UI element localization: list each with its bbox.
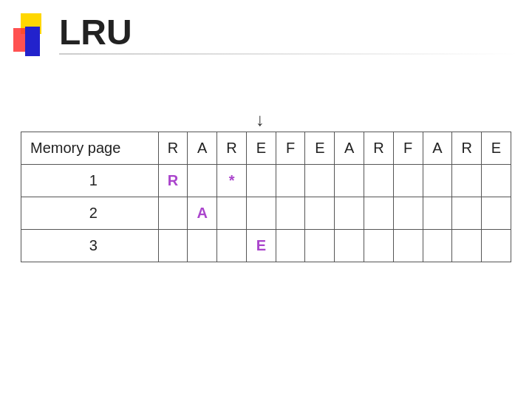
row-3-col-9 [393, 230, 423, 262]
row-3-col-3 [217, 230, 247, 262]
row-3-label: 3 [21, 230, 159, 262]
header-label: Memory page [21, 132, 159, 165]
row-3-col-1 [158, 230, 188, 262]
row-2-col-5 [276, 197, 305, 230]
table-header-row: Memory page R A R E F E A R F A R E [21, 132, 511, 165]
row-1-col-3: * [217, 165, 247, 197]
row-1-col-7 [335, 165, 364, 197]
table-container: Memory page R A R E F E A R F A R E 1 R … [21, 132, 511, 262]
row-3-col-4: E [246, 230, 276, 262]
row-2-col-12 [482, 197, 511, 230]
col-R2: R [217, 132, 247, 165]
title-underline [59, 53, 517, 55]
page-title: LRU [59, 15, 517, 50]
logo [13, 13, 58, 65]
row-2-col-7 [335, 197, 364, 230]
row-1-col-9 [393, 165, 423, 197]
logo-blue [25, 27, 40, 56]
row-2-col-8 [364, 197, 393, 230]
title-section: LRU [59, 15, 517, 55]
col-R4: R [452, 132, 482, 165]
col-E1: E [246, 132, 276, 165]
col-E2: E [305, 132, 335, 165]
row-2-col-4 [246, 197, 276, 230]
row-1-col-2 [188, 165, 217, 197]
row-1-col-10 [423, 165, 452, 197]
row-1-col-8 [364, 165, 393, 197]
row-3-col-11 [452, 230, 482, 262]
col-A2: A [335, 132, 364, 165]
row-1-col-5 [276, 165, 305, 197]
row-2-col-9 [393, 197, 423, 230]
row-3-col-6 [305, 230, 335, 262]
col-F1: F [276, 132, 305, 165]
row-3-col-5 [276, 230, 305, 262]
row-2-col-6 [305, 197, 335, 230]
col-E3: E [482, 132, 511, 165]
row-3-col-12 [482, 230, 511, 262]
row-3-col-8 [364, 230, 393, 262]
table-row-3: 3 E [21, 230, 511, 262]
row-3-col-2 [188, 230, 217, 262]
row-3-col-7 [335, 230, 364, 262]
row-3-col-10 [423, 230, 452, 262]
row-2-col-2: A [188, 197, 217, 230]
row-1-col-4 [246, 165, 276, 197]
row-1-col-12 [482, 165, 511, 197]
lru-table: Memory page R A R E F E A R F A R E 1 R … [21, 132, 511, 262]
down-arrow: ↓ [256, 109, 265, 130]
col-F2: F [393, 132, 423, 165]
col-R1: R [158, 132, 188, 165]
row-2-col-11 [452, 197, 482, 230]
row-2-col-10 [423, 197, 452, 230]
row-2-col-3 [217, 197, 247, 230]
row-1-label: 1 [21, 165, 159, 197]
col-A3: A [423, 132, 452, 165]
row-1-col-11 [452, 165, 482, 197]
col-R3: R [364, 132, 393, 165]
table-row-1: 1 R * [21, 165, 511, 197]
row-1-col-6 [305, 165, 335, 197]
row-2-label: 2 [21, 197, 159, 230]
table-row-2: 2 A [21, 197, 511, 230]
row-2-col-1 [158, 197, 188, 230]
row-1-col-1: R [158, 165, 188, 197]
col-A1: A [188, 132, 217, 165]
